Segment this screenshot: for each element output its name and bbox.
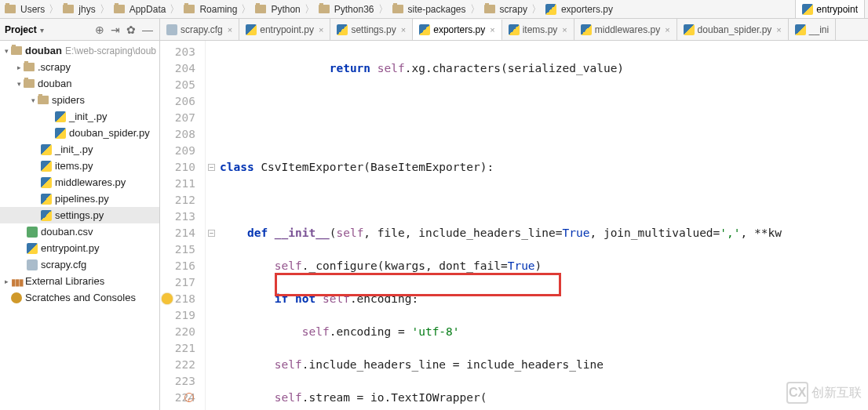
py-icon [55,111,66,122]
top-right-file-tab[interactable]: entrypoint [795,0,865,19]
expand-toggle[interactable]: ▸ [14,63,24,71]
breadcrumb-item[interactable]: Roaming [182,4,239,15]
tree-root[interactable]: ▾ douban E:\web-scraping\doub [0,42,159,59]
scratches-icon [11,292,22,303]
breadcrumb: Users〉 jhys〉 AppData〉 Roaming〉 Python〉 P… [0,0,868,19]
chevron-right-icon: 〉 [100,2,110,16]
close-icon[interactable]: × [562,25,567,34]
line-number[interactable]: 212 [160,192,195,209]
tree-item[interactable]: scrapy.cfg [0,256,159,273]
close-icon[interactable]: × [665,25,669,34]
gear-icon[interactable]: ✿ [125,24,137,36]
editor-tab[interactable]: entrypoint.py× [239,19,330,40]
tree-item[interactable]: ▸.scrapy [0,59,159,75]
tree-label: items.py [55,160,93,172]
tree-item[interactable]: ▾douban [0,75,159,92]
breadcrumb-item[interactable]: Python36 [317,4,376,15]
line-number[interactable]: 206 [160,93,195,110]
breadcrumb-item[interactable]: Users [3,4,46,15]
code-content[interactable]: return self.xg.characters(serialized_val… [206,41,868,410]
line-number[interactable]: 217 [160,274,195,291]
chevron-right-icon: 〉 [378,2,388,16]
line-number[interactable]: 207 [160,110,195,126]
line-number[interactable]: 221 [160,340,195,357]
line-number[interactable]: 210 [160,159,195,176]
tree-item[interactable]: items.py [0,158,159,174]
tree-item[interactable]: _init_.py [0,141,159,158]
editor-tab[interactable]: scrapy.cfg× [160,19,239,40]
tree-item[interactable]: middlewares.py [0,174,159,190]
fold-icon[interactable]: − [208,230,215,237]
tree-item[interactable]: _init_.py [0,108,159,125]
fold-icon[interactable]: − [208,164,215,171]
tree-label: pipelines.py [55,193,109,205]
breadcrumb-item[interactable]: jhys [61,4,97,15]
breadcrumb-item[interactable]: scrapy [483,4,529,15]
close-icon[interactable]: × [319,25,323,34]
tab-label: middlewares.py [595,24,660,35]
editor-tab[interactable]: items.py× [502,19,574,40]
project-title: Project [5,24,37,35]
line-number[interactable]: 223 [160,373,195,390]
override-icon[interactable] [184,393,194,402]
target-icon[interactable]: ⊕ [93,24,106,36]
line-number[interactable]: 214 [160,225,195,241]
folder-icon [184,5,195,13]
expand-toggle[interactable]: ▾ [2,47,11,55]
line-number[interactable]: 203 [160,44,195,60]
tree-item[interactable]: settings.py [0,207,159,223]
breadcrumb-item[interactable]: Python [253,4,301,15]
project-tree[interactable]: ▾ douban E:\web-scraping\doub ▸.scrapy▾d… [0,41,159,410]
expand-toggle[interactable]: ▾ [14,80,24,88]
editor-tab[interactable]: exporters.py× [413,20,501,41]
line-number[interactable]: 216 [160,258,195,274]
close-icon[interactable]: × [776,25,781,34]
intention-bulb-icon[interactable] [162,293,173,304]
editor-tab[interactable]: __ini [789,19,836,40]
line-number[interactable]: 211 [160,176,195,192]
line-number[interactable]: 225 [160,406,195,410]
python-file-icon [545,4,556,15]
line-number[interactable]: 215 [160,241,195,258]
tree-label: _init_.py [69,111,107,122]
code-editor[interactable]: 2032042052062072082092102112122132142152… [160,41,868,410]
line-number[interactable]: 222 [160,357,195,373]
tree-item[interactable]: entrypoint.py [0,240,159,256]
tree-item[interactable]: pipelines.py [0,190,159,207]
collapse-icon[interactable]: ⇥ [109,24,122,36]
scratches-consoles[interactable]: Scratches and Consoles [0,289,159,306]
py-icon [509,24,520,35]
line-number[interactable]: 204 [160,60,195,77]
folder-icon [319,5,330,13]
folder-icon [255,5,266,13]
line-number[interactable]: 218 [160,291,195,307]
breadcrumb-item[interactable]: AppData [112,4,168,15]
tree-item[interactable]: ▾spiders [0,92,159,108]
line-number[interactable]: 205 [160,77,195,93]
close-icon[interactable]: × [490,25,494,34]
tree-item[interactable]: douban_spider.py [0,125,159,141]
editor-tab[interactable]: middlewares.py× [574,19,677,40]
folder-icon [114,5,125,13]
close-icon[interactable]: × [228,25,232,34]
project-toolbar: Project ⊕ ⇥ ✿ — [0,19,159,41]
line-number[interactable]: 208 [160,126,195,143]
expand-toggle[interactable]: ▾ [28,96,38,104]
breadcrumb-item[interactable]: site-packages [391,4,468,15]
line-number[interactable]: 219 [160,307,195,324]
tree-item[interactable]: douban.csv [0,223,159,240]
dropdown-icon[interactable] [40,24,44,35]
close-icon[interactable]: × [401,25,406,34]
expand-toggle[interactable]: ▸ [2,278,11,285]
line-number[interactable]: 220 [160,324,195,340]
line-number[interactable]: 224 [160,390,195,406]
line-number[interactable]: 209 [160,143,195,159]
editor-tab[interactable]: douban_spider.py× [677,19,789,40]
breadcrumb-file[interactable]: exporters.py [544,4,615,15]
py-icon [41,144,52,155]
gutter[interactable]: 2032042052062072082092102112122132142152… [160,41,206,410]
external-libraries[interactable]: ▸ External Libraries [0,273,159,289]
hide-icon[interactable]: — [140,24,155,36]
line-number[interactable]: 213 [160,209,195,225]
editor-tab[interactable]: settings.py× [330,19,413,40]
